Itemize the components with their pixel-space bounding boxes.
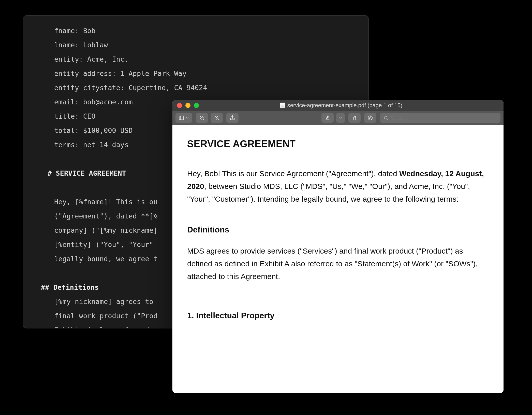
definitions-heading: Definitions	[187, 225, 489, 234]
highlight-button[interactable]	[321, 113, 334, 123]
chevron-down-icon	[339, 116, 342, 120]
markup-icon	[367, 115, 373, 121]
sidebar-icon	[179, 115, 184, 121]
intro-text-post: , between Studio MDS, LLC ("MDS", "Us," …	[187, 182, 470, 203]
editor-line[interactable]: entity address: 1 Apple Park Way	[41, 66, 351, 81]
editor-line[interactable]: entity citystate: Cupertino, CA 94024	[41, 81, 351, 95]
markup-button[interactable]	[364, 113, 376, 123]
search-field[interactable]	[380, 113, 500, 123]
pdf-page-content: SERVICE AGREEMENT Hey, Bob! This is our …	[172, 125, 504, 393]
svg-line-6	[218, 119, 219, 120]
editor-line[interactable]: entity: Acme, Inc.	[41, 52, 351, 66]
editor-line[interactable]: fname: Bob	[41, 24, 351, 38]
svg-line-3	[203, 119, 204, 120]
zoom-out-button[interactable]	[196, 113, 208, 123]
pdf-preview-window: service-agreement-example.pdf (page 1 of…	[172, 100, 504, 393]
intro-text-pre: Hey, Bob! This is our Service Agreement …	[187, 169, 399, 178]
window-close-button[interactable]	[177, 103, 182, 108]
svg-line-14	[387, 119, 388, 120]
doc-title: SERVICE AGREEMENT	[187, 139, 489, 149]
preview-toolbar	[172, 111, 504, 125]
highlight-icon	[325, 115, 330, 121]
definitions-body: MDS agrees to provide services ("Service…	[187, 245, 489, 283]
svg-rect-0	[179, 116, 184, 120]
zoom-in-button[interactable]	[211, 113, 223, 123]
window-title-text: service-agreement-example.pdf (page 1 of…	[287, 102, 402, 109]
editor-line[interactable]: lname: Loblaw	[41, 38, 351, 52]
zoom-out-icon	[199, 115, 205, 121]
window-title: service-agreement-example.pdf (page 1 of…	[202, 102, 481, 109]
share-icon	[230, 115, 235, 121]
zoom-in-icon	[214, 115, 219, 121]
rotate-button[interactable]	[348, 113, 361, 123]
search-icon	[383, 115, 388, 120]
highlight-menu-button[interactable]	[336, 113, 345, 123]
share-button[interactable]	[226, 113, 239, 123]
section1-heading: 1. Intellectual Property	[187, 311, 489, 320]
chevron-down-icon	[186, 116, 189, 120]
svg-rect-11	[353, 117, 356, 120]
doc-intro: Hey, Bob! This is our Service Agreement …	[187, 167, 489, 205]
traffic-lights	[177, 103, 199, 108]
svg-point-13	[384, 116, 387, 119]
rotate-icon	[352, 115, 357, 121]
window-titlebar: service-agreement-example.pdf (page 1 of…	[172, 100, 504, 111]
search-input[interactable]	[391, 115, 497, 121]
window-minimize-button[interactable]	[185, 103, 190, 108]
window-maximize-button[interactable]	[194, 103, 199, 108]
document-icon	[280, 103, 285, 108]
sidebar-toggle-button[interactable]	[175, 113, 192, 123]
